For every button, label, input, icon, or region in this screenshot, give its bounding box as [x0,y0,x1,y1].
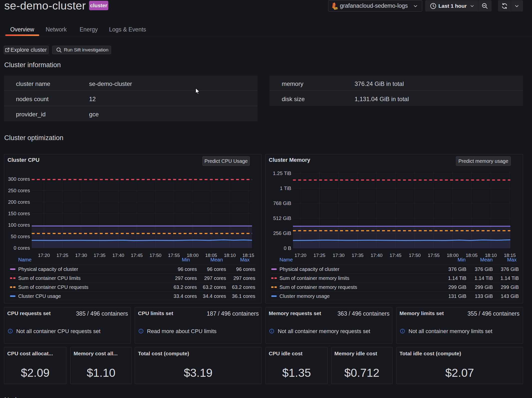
svg-text:1 TiB: 1 TiB [280,186,291,191]
svg-text:18:00: 18:00 [447,253,459,258]
svg-text:63.2 cores: 63.2 cores [232,284,255,290]
svg-text:17:35: 17:35 [352,253,364,258]
svg-text:1.14 TiB: 1.14 TiB [448,275,466,281]
svg-text:63.2 cores: 63.2 cores [174,284,197,290]
svg-text:143 GiB: 143 GiB [501,293,519,299]
svg-text:512 GiB: 512 GiB [273,215,291,221]
svg-text:1.25 TiB: 1.25 TiB [273,171,291,176]
svg-text:17:40: 17:40 [112,253,124,258]
svg-text:63.2 cores: 63.2 cores [203,284,226,290]
svg-text:17:20: 17:20 [38,253,50,258]
svg-text:34.4 cores: 34.4 cores [203,293,226,299]
svg-text:18:05: 18:05 [466,253,478,258]
svg-text:36.1 cores: 36.1 cores [232,293,255,299]
svg-text:1.14 TiB: 1.14 TiB [475,275,493,281]
svg-text:50 cores: 50 cores [11,234,30,239]
svg-text:96 cores: 96 cores [178,266,197,272]
svg-text:Sum of container CPU limits: Sum of container CPU limits [18,275,81,281]
svg-text:Mean: Mean [210,257,223,262]
svg-text:Cluster CPU usage: Cluster CPU usage [18,293,61,299]
svg-text:150 cores: 150 cores [8,211,30,216]
svg-text:376 GiB: 376 GiB [501,266,519,272]
svg-text:Name: Name [279,257,293,262]
svg-text:17:45: 17:45 [390,253,401,258]
svg-text:297 cores: 297 cores [233,275,255,281]
svg-text:131 GiB: 131 GiB [448,293,466,299]
svg-text:17:50: 17:50 [149,253,161,258]
svg-text:17:55: 17:55 [428,253,440,258]
svg-text:17:25: 17:25 [313,253,325,258]
svg-text:17:35: 17:35 [94,253,106,258]
svg-text:256 GiB: 256 GiB [273,230,291,236]
svg-text:17:50: 17:50 [409,253,421,258]
svg-text:299 GiB: 299 GiB [448,284,466,290]
svg-text:Sum of container memory limits: Sum of container memory limits [279,275,349,281]
svg-text:96 cores: 96 cores [207,266,226,272]
svg-text:18:10: 18:10 [224,253,236,258]
svg-text:297 cores: 297 cores [175,275,197,281]
svg-text:300 cores: 300 cores [8,176,30,182]
svg-text:200 cores: 200 cores [8,199,30,205]
svg-text:17:20: 17:20 [294,253,306,258]
svg-text:297 cores: 297 cores [204,275,226,281]
svg-text:Physical capacity of cluster: Physical capacity of cluster [18,266,78,272]
svg-text:33.4 cores: 33.4 cores [174,293,197,299]
svg-text:Sum of container CPU requests: Sum of container CPU requests [18,284,88,290]
svg-text:1.14 TiB: 1.14 TiB [501,275,519,281]
svg-text:17:25: 17:25 [56,253,68,258]
svg-text:17:55: 17:55 [168,253,180,258]
svg-text:17:45: 17:45 [131,253,143,258]
svg-text:Sum of container memory reques: Sum of container memory requests [279,284,357,290]
svg-text:Min: Min [458,257,466,262]
svg-text:17:30: 17:30 [333,253,345,258]
svg-text:768 GiB: 768 GiB [273,200,291,206]
svg-text:0 B: 0 B [284,245,291,251]
svg-text:Physical capacity of cluster: Physical capacity of cluster [279,266,339,272]
svg-text:Name: Name [18,257,31,262]
svg-text:376 GiB: 376 GiB [448,266,466,272]
svg-text:Mean: Mean [480,257,493,262]
svg-text:Min: Min [182,257,190,262]
svg-text:96 cores: 96 cores [236,266,255,272]
svg-text:299 GiB: 299 GiB [501,284,519,290]
svg-text:100 cores: 100 cores [8,222,30,228]
svg-text:17:40: 17:40 [371,253,383,258]
svg-text:17:30: 17:30 [75,253,87,258]
svg-text:299 GiB: 299 GiB [475,284,493,290]
svg-text:0 cores: 0 cores [13,245,30,251]
svg-text:376 GiB: 376 GiB [475,266,493,272]
svg-text:133 GiB: 133 GiB [475,293,493,299]
svg-text:Cluster memory usage: Cluster memory usage [279,293,330,299]
svg-text:Max: Max [507,257,517,262]
svg-text:250 cores: 250 cores [8,188,30,193]
svg-text:Max: Max [240,257,250,262]
